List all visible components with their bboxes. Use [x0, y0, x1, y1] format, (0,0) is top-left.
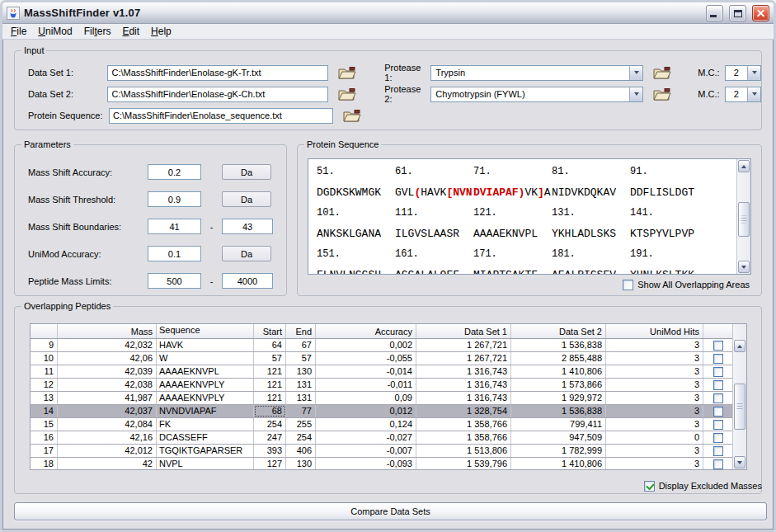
scroll-up-button[interactable] — [738, 160, 750, 172]
cell-ds2[interactable]: 1 573,866 — [511, 379, 606, 391]
dataset2-path-input[interactable] — [107, 87, 328, 102]
cell-uni[interactable]: 3 — [606, 405, 703, 417]
header-accuracy[interactable]: Accuracy — [316, 324, 416, 338]
cell-uni[interactable]: 3 — [606, 339, 703, 351]
cell-mass[interactable]: 41,987 — [58, 392, 157, 404]
header-dataset1[interactable]: Data Set 1 — [416, 324, 511, 338]
table-row[interactable]: 942,032HAVK64670,0021 267,7211 536,8383 — [31, 339, 732, 352]
header-rownum[interactable] — [31, 324, 58, 338]
cell-num[interactable]: 16 — [31, 431, 58, 444]
show-overlapping-checkbox[interactable] — [623, 280, 633, 290]
cell-num[interactable]: 9 — [31, 339, 58, 351]
minimize-button[interactable] — [706, 5, 723, 21]
cell-end[interactable]: 131 — [286, 392, 316, 404]
cell-mass[interactable]: 42 — [58, 458, 157, 469]
cell-ds1[interactable]: 1 267,721 — [416, 339, 511, 351]
table-scrollbar[interactable] — [732, 324, 746, 469]
cell-acc[interactable]: -0,055 — [316, 352, 416, 365]
cell-seq[interactable]: NVPL — [157, 458, 254, 469]
mass-shift-accuracy-input[interactable] — [148, 164, 201, 180]
row-exclude-checkbox[interactable] — [713, 420, 723, 430]
scrollbar-thumb[interactable] — [734, 384, 745, 430]
cell-ds1[interactable]: 1 316,743 — [416, 379, 511, 391]
protease1-browse-button[interactable] — [652, 66, 672, 80]
peptide-mass-low-input[interactable] — [148, 273, 201, 289]
cell-ds1[interactable]: 1 513,806 — [416, 445, 511, 457]
unimod-accuracy-unit-button[interactable]: Da — [222, 246, 271, 261]
header-dataset2[interactable]: Data Set 2 — [511, 324, 606, 338]
header-start[interactable]: Start — [254, 324, 286, 338]
cell-end[interactable]: 254 — [286, 431, 316, 444]
menu-filters[interactable]: Filters — [78, 25, 117, 38]
cell-ds2[interactable]: 947,509 — [511, 431, 606, 444]
cell-ds1[interactable]: 1 316,743 — [416, 365, 511, 378]
table-row[interactable]: 1642,16DCASSEFF247254-0,0271 358,766947,… — [31, 431, 732, 445]
cell-ds2[interactable]: 1 536,838 — [511, 405, 606, 417]
mc1-combobox[interactable]: 2 — [725, 65, 761, 81]
cell-ds2[interactable]: 799,411 — [511, 418, 606, 431]
row-exclude-checkbox[interactable] — [713, 341, 723, 351]
row-exclude-checkbox[interactable] — [713, 393, 723, 403]
cell-uni[interactable]: 3 — [606, 445, 703, 457]
cell-seq[interactable]: DCASSEFF — [157, 431, 254, 444]
header-end[interactable]: End — [286, 324, 316, 338]
cell-start[interactable]: 254 — [254, 418, 286, 431]
mass-shift-boundary-high-input[interactable] — [222, 219, 273, 234]
cell-acc[interactable]: -0,007 — [316, 445, 416, 457]
scroll-down-button[interactable] — [734, 456, 745, 468]
cell-ds2[interactable]: 1 929,972 — [511, 392, 606, 404]
cell-num[interactable]: 12 — [31, 379, 58, 391]
cell-seq[interactable]: W — [157, 352, 254, 365]
chevron-down-icon[interactable] — [629, 87, 642, 101]
cell-seq[interactable]: AAAAEKNVPLY — [157, 379, 254, 391]
header-unimod-hits[interactable]: UniMod Hits — [606, 324, 703, 338]
cell-mass[interactable]: 42,037 — [58, 405, 157, 417]
sequence-scrollbar[interactable] — [736, 159, 750, 274]
cell-start[interactable]: 64 — [254, 339, 286, 351]
protein-sequence-browse-button[interactable] — [342, 109, 362, 123]
cell-ds1[interactable]: 1 358,766 — [416, 418, 511, 431]
table-row[interactable]: 1442,037NVNDVIAPAF68770,0121 328,7541 53… — [31, 405, 732, 418]
cell-num[interactable]: 15 — [31, 418, 58, 431]
cell-uni[interactable]: 0 — [606, 431, 703, 444]
table-row[interactable]: 1742,012TGQIKTGAPARSER393406-0,0071 513,… — [31, 445, 732, 458]
cell-seq[interactable]: HAVK — [157, 339, 254, 351]
cell-uni[interactable]: 3 — [606, 352, 703, 365]
row-exclude-checkbox[interactable] — [713, 367, 723, 377]
row-exclude-checkbox[interactable] — [713, 354, 723, 364]
cell-ds2[interactable]: 1 410,806 — [511, 458, 606, 469]
protease2-browse-button[interactable] — [652, 87, 672, 101]
display-excluded-checkbox[interactable] — [644, 481, 655, 492]
menu-help[interactable]: Help — [145, 25, 177, 38]
table-row[interactable]: 1542,084FK2542550,1241 358,766799,4113 — [31, 418, 732, 431]
mass-shift-boundary-low-input[interactable] — [148, 219, 201, 234]
cell-uni[interactable]: 3 — [606, 392, 703, 404]
menu-edit[interactable]: Edit — [116, 25, 145, 38]
cell-acc[interactable]: 0,09 — [316, 392, 416, 404]
cell-start[interactable]: 127 — [254, 458, 286, 469]
cell-start[interactable]: 121 — [254, 379, 286, 391]
protein-sequence-text[interactable]: 51.61.71.81.91.DGDKSKWMGKGVL(HAVK[NVNDVI… — [308, 159, 736, 274]
table-row[interactable]: 1242,038AAAAEKNVPLY121131-0,0111 316,743… — [31, 379, 732, 392]
dataset1-browse-button[interactable] — [337, 66, 357, 80]
cell-end[interactable]: 57 — [286, 352, 316, 365]
cell-seq[interactable]: NVNDVIAPAF — [157, 405, 254, 417]
cell-end[interactable]: 131 — [286, 379, 316, 391]
cell-ds1[interactable]: 1 328,754 — [416, 405, 511, 417]
cell-end[interactable]: 67 — [286, 339, 316, 351]
mass-shift-accuracy-unit-button[interactable]: Da — [222, 164, 271, 180]
row-exclude-checkbox[interactable] — [713, 380, 723, 390]
cell-ds1[interactable]: 1 267,721 — [416, 352, 511, 365]
dataset2-browse-button[interactable] — [337, 87, 357, 101]
cell-acc[interactable]: -0,014 — [316, 365, 416, 378]
protein-sequence-path-input[interactable] — [109, 108, 333, 124]
cell-acc[interactable]: -0,011 — [316, 379, 416, 391]
cell-mass[interactable]: 42,06 — [58, 352, 157, 365]
menu-unimod[interactable]: UniMod — [32, 25, 78, 38]
cell-uni[interactable]: 3 — [606, 418, 703, 431]
cell-mass[interactable]: 42,032 — [58, 339, 157, 351]
cell-end[interactable]: 77 — [286, 405, 316, 417]
maximize-button[interactable] — [729, 5, 746, 21]
peptide-mass-high-input[interactable] — [222, 273, 273, 289]
cell-uni[interactable]: 3 — [606, 458, 703, 469]
